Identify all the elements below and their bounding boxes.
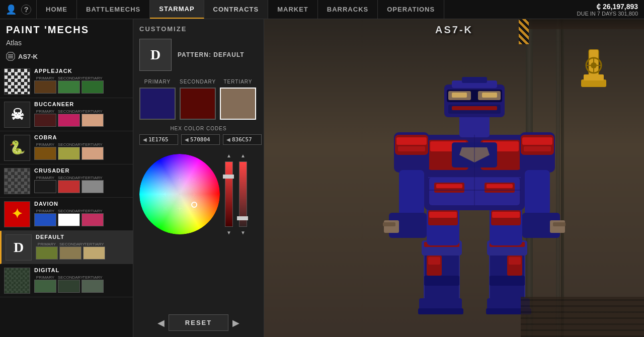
hex-tertiary-input[interactable]	[232, 136, 258, 143]
cobra-tertiary-swatch[interactable]	[82, 147, 104, 160]
scheme-buccaneer-thumb: ☠	[4, 102, 30, 128]
brightness-slider-container: ▲ ▼	[224, 153, 234, 235]
nav-icon-group: 👤 ?	[0, 0, 37, 19]
hex-secondary-input-wrap[interactable]: ◀	[181, 134, 220, 145]
svg-rect-54	[553, 222, 566, 226]
pattern-label[interactable]: PATTERN: DEFAULT	[178, 51, 245, 58]
reset-right-arrow[interactable]: ▶	[232, 317, 239, 328]
nav-contracts[interactable]: CONTRACTS	[204, 0, 269, 19]
scheme-cobra-name: COBRA	[34, 134, 129, 140]
customize-panel: CUSTOMIZE D PATTERN: DEFAULT PRIMARY SEC…	[133, 19, 264, 337]
applejack-secondary-swatch[interactable]	[58, 80, 80, 94]
digital-tertiary-swatch[interactable]	[82, 280, 104, 293]
brightness-slider[interactable]	[224, 161, 234, 227]
hex-codes-title: HEX COLOR CODES	[139, 126, 258, 131]
brightness-up-arrow[interactable]: ▲	[226, 153, 231, 158]
davion-tertiary-swatch[interactable]	[82, 213, 104, 226]
alpha-up-arrow[interactable]: ▲	[240, 153, 246, 158]
buccaneer-tertiary-swatch[interactable]	[82, 114, 104, 127]
secondary-color-swatch[interactable]	[180, 88, 216, 120]
alpha-handle[interactable]	[237, 216, 248, 220]
digital-secondary-label: SECONDARY	[58, 275, 80, 280]
scheme-list: APPLEJACK PRIMARY SECONDARY TERTIARY ☠	[0, 65, 133, 337]
scheme-davion[interactable]: ✦ DAVION PRIMARY SECONDARY TERTIARY	[0, 198, 133, 231]
scheme-digital[interactable]: DIGITAL PRIMARY SECONDARY TERTIARY	[0, 264, 133, 297]
svg-rect-70	[581, 79, 606, 87]
applejack-primary-label: PRIMARY	[34, 76, 56, 80]
scheme-davion-thumb: ✦	[4, 201, 30, 227]
crusader-secondary-swatch[interactable]	[58, 180, 80, 193]
scheme-applejack-name: APPLEJACK	[34, 68, 129, 74]
nav-operations[interactable]: OPERATIONS	[378, 0, 444, 19]
scheme-default-info: DEFAULT PRIMARY SECONDARY TERTIARY	[36, 234, 129, 261]
default-tertiary-label: TERTIARY	[83, 242, 105, 246]
applejack-tertiary-swatch[interactable]	[82, 80, 104, 94]
svg-rect-71	[584, 74, 604, 80]
scheme-applejack-thumb	[4, 68, 30, 95]
alpha-down-arrow[interactable]: ▼	[240, 230, 246, 235]
primary-color-swatch[interactable]	[139, 88, 176, 120]
applejack-primary-swatch[interactable]	[34, 80, 56, 94]
reset-left-arrow[interactable]: ◀	[157, 317, 165, 328]
due-display: DUE IN 7 DAYS 301,800	[577, 11, 638, 17]
hex-primary-input[interactable]	[148, 136, 175, 143]
alpha-slider[interactable]	[238, 161, 248, 227]
customize-title: CUSTOMIZE	[139, 25, 258, 33]
svg-rect-26	[492, 212, 520, 218]
hex-tertiary-input-wrap[interactable]: ◀	[223, 134, 262, 145]
colorwheel-canvas[interactable]	[139, 154, 220, 234]
bg-ceiling	[521, 19, 644, 29]
crusader-primary-swatch[interactable]	[34, 180, 56, 193]
mech-selector[interactable]: AS7-K	[0, 50, 133, 65]
nav-market[interactable]: MARKET	[268, 0, 318, 19]
davion-primary-swatch[interactable]	[34, 213, 56, 226]
nav-starmap[interactable]: STARMAP	[150, 0, 204, 19]
cobra-primary-swatch[interactable]	[34, 147, 56, 160]
davion-secondary-swatch[interactable]	[58, 213, 80, 226]
scheme-cobra[interactable]: 🐍 COBRA PRIMARY SECONDARY TERTIARY	[0, 131, 133, 164]
hex-tertiary-arrow: ◀	[226, 137, 230, 142]
scheme-cobra-info: COBRA PRIMARY SECONDARY TERTIARY	[34, 134, 129, 161]
user-icon[interactable]: 👤	[5, 4, 17, 16]
scheme-cobra-thumb: 🐍	[4, 135, 30, 161]
scheme-default[interactable]: D DEFAULT PRIMARY SECONDARY TERTIARY	[0, 231, 133, 264]
left-panel: PAINT 'MECHS Atlas AS7-K APPLEJACK PRIMA…	[0, 19, 133, 337]
mech-selector-icon	[6, 52, 15, 61]
default-secondary-label: SECONDARY	[59, 242, 82, 246]
top-navigation: 👤 ? HOME BATTLEMECHS STARMAP CONTRACTS M…	[0, 0, 644, 19]
brightness-handle[interactable]	[223, 175, 234, 179]
svg-rect-16	[490, 276, 525, 286]
nav-battlemechs[interactable]: BATTLEMECHS	[77, 0, 150, 19]
buccaneer-primary-swatch[interactable]	[34, 114, 56, 127]
svg-rect-43	[399, 170, 424, 215]
default-secondary-swatch[interactable]	[59, 246, 82, 260]
digital-primary-swatch[interactable]	[34, 280, 56, 293]
hex-primary-arrow: ◀	[143, 137, 147, 142]
buccaneer-secondary-label: SECONDARY	[58, 109, 80, 114]
hex-secondary-input[interactable]	[190, 136, 216, 143]
cobra-primary-label: PRIMARY	[34, 142, 56, 147]
svg-rect-8	[424, 276, 459, 286]
tertiary-color-swatch[interactable]	[220, 88, 256, 120]
crusader-tertiary-swatch[interactable]	[82, 180, 104, 193]
reset-button[interactable]: RESET	[169, 314, 228, 331]
primary-color-label: PRIMARY	[139, 79, 176, 85]
scheme-buccaneer[interactable]: ☠ BUCCANEER PRIMARY SECONDARY TERTIARY	[0, 98, 133, 131]
cobra-secondary-swatch[interactable]	[58, 147, 80, 160]
buccaneer-secondary-swatch[interactable]	[58, 114, 80, 127]
scheme-applejack[interactable]: APPLEJACK PRIMARY SECONDARY TERTIARY	[0, 65, 133, 98]
help-icon[interactable]: ?	[21, 5, 31, 15]
brightness-down-arrow[interactable]: ▼	[226, 230, 231, 235]
scheme-crusader[interactable]: CRUSADER PRIMARY SECONDARY TERTIARY	[0, 164, 133, 198]
digital-secondary-swatch[interactable]	[58, 280, 80, 293]
nav-barracks[interactable]: BARRACKS	[318, 0, 378, 19]
default-tertiary-swatch[interactable]	[83, 246, 105, 260]
main-content: PAINT 'MECHS Atlas AS7-K APPLEJACK PRIMA…	[0, 19, 644, 337]
default-primary-swatch[interactable]	[36, 246, 58, 260]
digital-tertiary-label: TERTIARY	[82, 275, 104, 280]
nav-home[interactable]: HOME	[37, 0, 77, 19]
floor-grating	[521, 297, 644, 337]
pattern-thumb[interactable]: D	[139, 39, 172, 71]
colorwheel-container[interactable]	[139, 154, 220, 234]
hex-primary-input-wrap[interactable]: ◀	[139, 134, 178, 145]
